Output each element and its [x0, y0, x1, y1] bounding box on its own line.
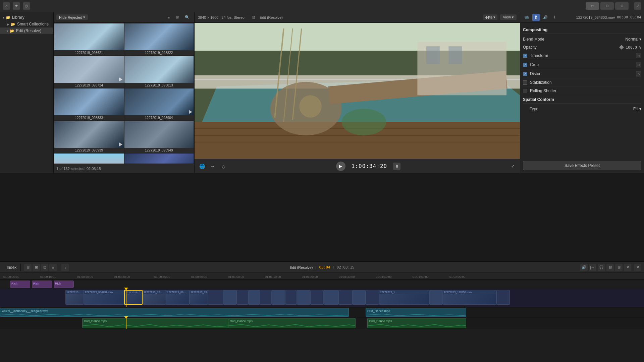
transform-btn[interactable]: ↔ — [209, 162, 217, 170]
snap-btn[interactable]: |↔| — [589, 264, 596, 271]
media-thumb[interactable]: 12272019_093621 — [54, 23, 124, 55]
cut-page-btn[interactable]: ✂ — [586, 2, 599, 10]
grid-view-btn[interactable]: ⊞ — [174, 14, 181, 20]
play-button[interactable]: ▶ — [336, 162, 345, 171]
distort-expand[interactable]: ⤡ — [636, 71, 641, 76]
effects-btn[interactable]: ⊞ — [615, 264, 623, 271]
index-tab[interactable]: Index — [3, 264, 21, 271]
media-thumb[interactable]: 12272019_093822 — [124, 23, 194, 55]
headphones-btn[interactable]: 🎧 — [598, 264, 605, 271]
video-clip-15[interactable] — [324, 290, 339, 305]
media-thumb[interactable]: 12272019_094032 — [54, 154, 124, 164]
ruler-mark-2: 01:00:20:00 — [77, 275, 93, 279]
video-clip-5[interactable]: 12272019_09... — [190, 290, 208, 305]
video-clip-last[interactable]: 12272019_110158.mov — [443, 290, 496, 305]
video-clip-11[interactable] — [272, 290, 285, 305]
video-clip-10[interactable] — [260, 290, 272, 305]
search-btn[interactable]: 🔍 — [183, 14, 192, 20]
video-clip-long[interactable]: 12272019_1... — [379, 290, 429, 305]
clip-rich-2[interactable]: Rich — [32, 281, 52, 288]
mixer-btn[interactable]: ⊟ — [606, 264, 614, 271]
opacity-keyframe[interactable] — [619, 45, 624, 50]
keyframe-btn[interactable]: ◇ — [219, 162, 227, 170]
edit-page-btn[interactable]: ⊟ — [600, 2, 614, 10]
media-thumb[interactable]: 12272019_093833 — [54, 88, 124, 120]
timeline-tool-2[interactable]: ⊞ — [33, 264, 40, 271]
star-icon[interactable]: ★ — [13, 2, 20, 10]
video-clip-17[interactable] — [352, 290, 366, 305]
pause-btn[interactable]: ⏸ — [393, 163, 400, 170]
media-thumb[interactable]: 12272019_094049 — [124, 154, 194, 164]
video-clip-6[interactable] — [208, 290, 223, 305]
video-clip-12[interactable] — [285, 290, 297, 305]
clip-rich-3[interactable]: Rich — [54, 281, 74, 288]
hide-rejected-btn[interactable]: Hide Rejected ▾ — [56, 14, 88, 20]
video-clip-selected[interactable]: 12272019_0... — [124, 290, 143, 305]
fullscreen-icon[interactable]: ⤢ — [509, 163, 517, 170]
audio-clip-oud-2[interactable]: Oud_Dance.mp3 — [228, 318, 356, 328]
video-clip-20[interactable] — [496, 290, 510, 305]
ruler-mark-8: 01:01:20:00 — [302, 275, 318, 279]
library-panel: ▾ 📁 Library ▶ 📂 Smart Collections ▾ 📂 Ed… — [0, 12, 54, 173]
tracks-scroll[interactable]: Rich Rich Rich 12272019... — [0, 280, 644, 362]
stabilization-checkbox[interactable] — [523, 80, 527, 85]
video-clip-14[interactable] — [310, 290, 324, 305]
video-clip-2[interactable]: 12272019_084737.mov — [84, 290, 124, 305]
distort-checkbox[interactable] — [523, 72, 527, 76]
video-clip-8[interactable] — [236, 290, 248, 305]
save-preset-btn[interactable]: Save Effects Preset — [523, 161, 641, 170]
library-item-smart-collections[interactable]: ▶ 📂 Smart Collections — [0, 21, 53, 27]
clip-rich-1[interactable]: Rich — [10, 281, 30, 288]
video-inspector-btn[interactable]: 📹 — [523, 14, 530, 21]
video-clip-4[interactable]: 12272019_08... — [166, 290, 190, 305]
video-clip-3[interactable]: 12272019_08... — [143, 290, 166, 305]
video-clip-16[interactable] — [339, 290, 352, 305]
globe-btn[interactable]: 🌐 — [198, 162, 206, 170]
crop-expand[interactable]: □ — [636, 62, 641, 67]
info-inspector-btn[interactable]: ℹ — [551, 14, 558, 21]
video-clip-13[interactable] — [297, 290, 310, 305]
video-clip-1[interactable]: 12272019... — [65, 290, 84, 305]
audio-inspector-btn[interactable]: 🔊 — [542, 14, 549, 21]
media-thumb[interactable]: 12272019_093949 — [124, 121, 194, 153]
clock-icon[interactable]: ◷ — [23, 2, 30, 10]
transform-expand[interactable]: □ — [636, 53, 641, 58]
video-clip-7[interactable] — [223, 290, 236, 305]
crop-checkbox[interactable] — [523, 63, 527, 67]
audio-level-btn[interactable]: 🔊 — [580, 264, 588, 271]
media-thumb[interactable]: 12272019_093939 — [54, 121, 124, 153]
audio-clip-seagulls[interactable]: 78389__inchadney__seagulls.wav — [0, 308, 349, 317]
clip-label: 12272019_084737.mov — [84, 290, 124, 294]
video-clip-19[interactable] — [429, 290, 443, 305]
home-icon[interactable]: ⌂ — [3, 2, 10, 10]
zoom-selector[interactable]: 44% ▾ — [483, 14, 497, 20]
video-clip-18[interactable] — [366, 290, 379, 305]
fusion-page-btn[interactable]: ⊞ — [615, 2, 629, 10]
list-view-btn[interactable]: ≡ — [166, 15, 172, 20]
type-selector[interactable]: Fill ▾ — [633, 107, 641, 111]
library-item-library[interactable]: ▾ 📁 Library — [0, 14, 53, 21]
rolling-shutter-checkbox[interactable] — [523, 89, 527, 93]
blend-mode-selector[interactable]: Normal ▾ — [625, 37, 641, 42]
inspector-active-btn[interactable]: 🎛 — [532, 14, 540, 21]
view-btn[interactable]: View ▾ — [500, 14, 517, 20]
close-btn[interactable]: ✕ — [634, 264, 641, 271]
media-thumb[interactable]: 12272019_093813 — [124, 56, 194, 88]
timeline-mode[interactable]: ↕ — [61, 264, 69, 271]
video-clip-9[interactable] — [248, 290, 260, 305]
library-item-edit-resolve[interactable]: ▾ 📂 Edit (Resolve) — [0, 27, 53, 34]
video-track: 12272019... 12272019_084737.mov 12272019… — [0, 289, 644, 307]
transform-label: Transform — [530, 53, 633, 58]
timeline-tool-1[interactable]: ⊟ — [24, 264, 32, 271]
audio-clip-oud-3[interactable]: Oud_Dance.mp3 — [367, 318, 466, 328]
settings-btn[interactable]: ✕ — [624, 264, 631, 271]
media-thumb[interactable]: 12272019_093724 — [54, 56, 124, 88]
timeline-tool-3[interactable]: ⊡ — [41, 264, 48, 271]
audio-clip-oud-1[interactable]: Oud_Dance.mp3 — [82, 318, 228, 328]
timeline-tool-4[interactable]: ≡ — [49, 264, 57, 271]
viewer-icon[interactable]: 🖥 — [252, 15, 256, 20]
media-thumb[interactable]: 12272019_093904 — [124, 88, 194, 120]
fullscreen-btn[interactable]: ⤢ — [634, 2, 641, 10]
transform-checkbox[interactable] — [523, 54, 527, 58]
audio-clip-seagulls-2[interactable]: Oud_Dance.mp3 — [366, 308, 466, 317]
